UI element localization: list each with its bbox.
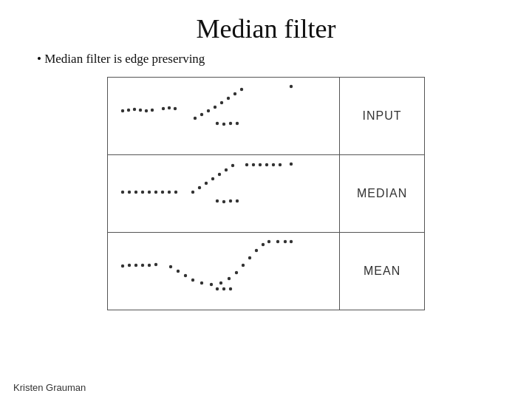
svg-point-25 [141, 191, 144, 194]
svg-point-70 [284, 240, 287, 243]
svg-point-26 [148, 191, 151, 194]
svg-point-7 [168, 106, 171, 109]
svg-point-47 [236, 200, 239, 202]
svg-point-41 [265, 163, 268, 166]
mean-label: MEAN [340, 233, 425, 310]
svg-point-57 [184, 274, 187, 277]
svg-point-74 [229, 287, 232, 290]
page-title: Median filter [0, 0, 532, 52]
svg-point-43 [279, 163, 282, 166]
svg-point-52 [141, 264, 144, 267]
svg-point-36 [225, 168, 228, 171]
svg-point-9 [194, 117, 197, 120]
svg-point-27 [154, 191, 157, 194]
svg-point-59 [200, 282, 203, 284]
svg-point-22 [121, 191, 124, 194]
svg-point-61 [219, 282, 222, 284]
svg-point-62 [228, 277, 231, 280]
table-row: INPUT [108, 78, 425, 155]
svg-point-3 [139, 109, 142, 112]
svg-point-67 [262, 243, 265, 246]
svg-point-55 [169, 265, 172, 268]
svg-point-15 [233, 92, 236, 95]
input-svg [108, 78, 330, 151]
svg-point-5 [151, 109, 154, 112]
table-row: MEDIAN [108, 155, 425, 233]
svg-point-65 [248, 256, 251, 259]
svg-point-71 [290, 240, 293, 243]
svg-point-50 [128, 264, 131, 267]
svg-point-63 [235, 271, 238, 274]
svg-point-37 [231, 164, 234, 167]
svg-point-42 [272, 163, 275, 166]
svg-point-1 [127, 109, 130, 112]
svg-point-17 [216, 122, 219, 125]
svg-point-21 [290, 85, 293, 88]
svg-point-44 [216, 200, 219, 202]
svg-point-54 [154, 263, 157, 266]
svg-point-28 [161, 191, 164, 194]
svg-point-31 [191, 191, 194, 194]
mean-image-cell [108, 233, 340, 310]
svg-point-56 [177, 270, 180, 273]
svg-point-39 [252, 163, 255, 166]
svg-point-30 [174, 191, 177, 194]
svg-point-45 [222, 200, 225, 203]
svg-point-8 [174, 107, 177, 110]
svg-point-73 [222, 287, 225, 290]
svg-point-13 [220, 101, 223, 104]
svg-point-68 [267, 240, 270, 243]
svg-point-72 [216, 287, 219, 290]
svg-point-10 [200, 113, 203, 116]
svg-point-49 [121, 265, 124, 267]
svg-point-2 [133, 108, 136, 111]
svg-point-64 [242, 264, 245, 267]
svg-point-66 [255, 249, 258, 252]
svg-point-53 [148, 264, 151, 267]
svg-point-34 [211, 177, 214, 180]
svg-point-19 [229, 122, 232, 125]
svg-point-18 [222, 123, 225, 126]
diagram-container: INPUT [0, 77, 532, 310]
footer-text: Kristen Grauman [13, 382, 86, 393]
median-label: MEDIAN [340, 155, 425, 233]
svg-point-69 [276, 240, 279, 243]
svg-point-38 [245, 163, 248, 166]
svg-point-6 [162, 107, 165, 110]
svg-point-12 [214, 106, 216, 109]
svg-point-24 [134, 191, 137, 194]
median-image-cell [108, 155, 340, 233]
svg-point-16 [240, 88, 243, 91]
svg-point-4 [145, 109, 148, 112]
input-image-cell [108, 78, 340, 155]
svg-point-46 [229, 200, 232, 202]
svg-point-33 [205, 182, 208, 185]
svg-point-20 [236, 122, 239, 125]
svg-point-0 [121, 109, 124, 112]
svg-point-60 [210, 283, 213, 286]
svg-point-35 [218, 173, 221, 176]
svg-point-11 [207, 109, 210, 112]
diagram-table: INPUT [107, 77, 425, 310]
svg-point-51 [134, 264, 137, 267]
table-row: MEAN [108, 233, 425, 310]
svg-point-58 [191, 279, 194, 282]
svg-point-29 [168, 191, 171, 194]
svg-point-14 [227, 97, 230, 100]
median-svg [108, 155, 330, 229]
svg-point-32 [198, 186, 201, 189]
svg-point-23 [128, 191, 131, 194]
input-label: INPUT [340, 78, 425, 155]
svg-point-48 [290, 163, 293, 166]
mean-svg [108, 233, 330, 307]
bullet-text: • Median filter is edge preserving [37, 52, 532, 66]
svg-point-40 [259, 163, 262, 166]
